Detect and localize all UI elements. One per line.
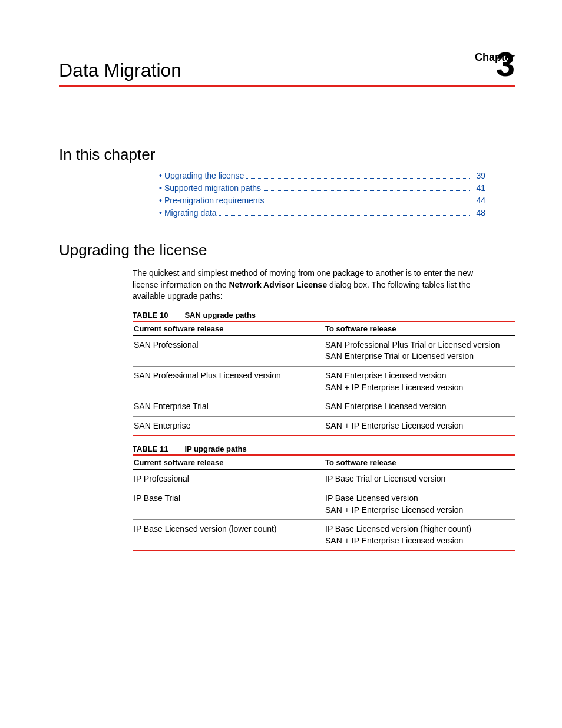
table-cell: SAN Enterprise Licensed version bbox=[324, 397, 515, 417]
chapter-header: Data Migration 3 bbox=[59, 47, 515, 87]
toc-page-number[interactable]: 44 bbox=[471, 196, 485, 205]
table-cell: IP Professional bbox=[133, 470, 324, 489]
toc-row: • Pre-migration requirements 44 bbox=[159, 196, 485, 205]
table-row: SAN Enterprise SAN + IP Enterprise Licen… bbox=[133, 416, 515, 436]
table-cell: SAN Professional Plus Trial or Licensed … bbox=[324, 335, 515, 366]
table-row: IP Base Licensed version (lower count) I… bbox=[133, 520, 515, 551]
column-header: To software release bbox=[324, 455, 515, 470]
toc-dots bbox=[263, 187, 470, 191]
table-san-upgrade-paths: Current software release To software rel… bbox=[133, 321, 515, 437]
table-row: SAN Professional Plus Licensed version S… bbox=[133, 366, 515, 397]
table-number: TABLE 11 bbox=[133, 444, 168, 453]
toc-row: • Supported migration paths 41 bbox=[159, 183, 485, 193]
table-cell: SAN Enterprise bbox=[133, 416, 324, 436]
table-title: SAN upgrade paths bbox=[184, 311, 256, 319]
toc-page-number[interactable]: 48 bbox=[471, 208, 485, 218]
toc-dots bbox=[266, 199, 470, 203]
toc-dots bbox=[246, 174, 470, 179]
toc-page-number[interactable]: 39 bbox=[471, 171, 485, 180]
table-row: IP Professional IP Base Trial or License… bbox=[133, 470, 515, 489]
intro-paragraph: The quickest and simplest method of movi… bbox=[133, 268, 497, 302]
table-cell: IP Base Licensed version (lower count) bbox=[133, 520, 324, 551]
table-ip-upgrade-paths: Current software release To software rel… bbox=[133, 454, 515, 551]
section-heading-upgrading-license: Upgrading the license bbox=[59, 241, 515, 259]
table-cell: IP Base Licensed version (higher count)S… bbox=[324, 520, 515, 551]
bullet-icon: • bbox=[159, 171, 162, 180]
toc-link[interactable]: Pre-migration requirements bbox=[164, 196, 265, 205]
toc-link[interactable]: Supported migration paths bbox=[164, 183, 261, 193]
table-cell: SAN Professional bbox=[133, 335, 324, 366]
section-heading-in-this-chapter: In this chapter bbox=[59, 146, 515, 164]
bullet-icon: • bbox=[159, 183, 162, 193]
table-caption: TABLE 11IP upgrade paths bbox=[133, 444, 515, 453]
toc-page-number[interactable]: 41 bbox=[471, 183, 485, 193]
table-cell: SAN Professional Plus Licensed version bbox=[133, 366, 324, 397]
table-row: IP Base Trial IP Base Licensed versionSA… bbox=[133, 489, 515, 519]
toc-list: • Upgrading the license 39 • Supported m… bbox=[159, 171, 485, 218]
toc-link[interactable]: Upgrading the license bbox=[164, 171, 244, 180]
table-caption: TABLE 10SAN upgrade paths bbox=[133, 311, 515, 319]
toc-dots bbox=[219, 212, 470, 216]
chapter-title: Data Migration bbox=[59, 60, 181, 81]
toc-row: • Upgrading the license 39 bbox=[159, 171, 485, 180]
toc-link[interactable]: Migrating data bbox=[164, 208, 217, 218]
bullet-icon: • bbox=[159, 208, 162, 218]
dialog-name: Network Advisor License bbox=[229, 280, 327, 289]
table-row: SAN Professional SAN Professional Plus T… bbox=[133, 335, 515, 366]
table-number: TABLE 10 bbox=[133, 311, 168, 319]
table-cell: IP Base Licensed versionSAN + IP Enterpr… bbox=[324, 489, 515, 519]
table-title: IP upgrade paths bbox=[184, 444, 246, 453]
column-header: Current software release bbox=[133, 321, 324, 336]
column-header: Current software release bbox=[133, 455, 324, 470]
column-header: To software release bbox=[324, 321, 515, 336]
table-row: SAN Enterprise Trial SAN Enterprise Lice… bbox=[133, 397, 515, 417]
table-cell: SAN Enterprise Licensed versionSAN + IP … bbox=[324, 366, 515, 397]
table-cell: SAN Enterprise Trial bbox=[133, 397, 324, 417]
table-cell: SAN + IP Enterprise Licensed version bbox=[324, 416, 515, 436]
table-cell: IP Base Trial or Licensed version bbox=[324, 470, 515, 489]
toc-row: • Migrating data 48 bbox=[159, 208, 485, 218]
chapter-label: Chapter bbox=[475, 51, 515, 64]
bullet-icon: • bbox=[159, 196, 162, 205]
table-cell: IP Base Trial bbox=[133, 489, 324, 519]
